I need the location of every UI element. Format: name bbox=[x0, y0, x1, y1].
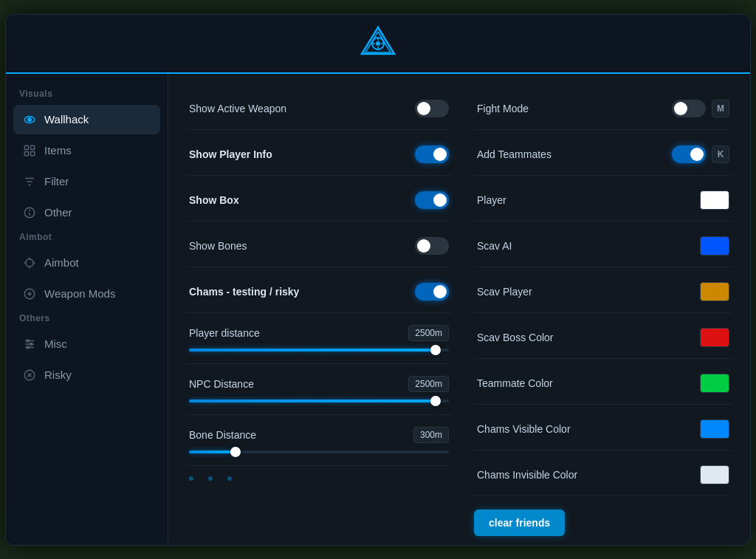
sidebar: VisualsWallhackItemsFilterOtherAimbotAim… bbox=[6, 74, 168, 545]
color-swatch-scav-boss-color[interactable] bbox=[700, 328, 729, 347]
sidebar-item-label-aimbot: Aimbot bbox=[44, 256, 79, 269]
svg-point-33 bbox=[27, 346, 29, 349]
circle-x-icon bbox=[22, 368, 37, 383]
color-swatch-teammate-color[interactable] bbox=[700, 374, 729, 393]
sidebar-item-label-risky: Risky bbox=[44, 368, 72, 381]
slider-container-player-distance: Player distance2500m bbox=[186, 318, 452, 364]
setting-label-show-player-info: Show Player Info bbox=[189, 148, 272, 160]
setting-row-show-box: Show Box bbox=[186, 180, 452, 222]
setting-controls-fight-mode: M bbox=[672, 100, 729, 117]
color-swatch-player-color[interactable] bbox=[700, 191, 729, 210]
sidebar-item-items[interactable]: Items bbox=[13, 136, 160, 165]
svg-point-31 bbox=[27, 340, 29, 342]
setting-label-teammate-color: Teammate Color bbox=[477, 377, 553, 389]
svg-point-3 bbox=[376, 41, 380, 46]
setting-label-add-teammates: Add Teammates bbox=[477, 148, 551, 160]
sidebar-section-aimbot: Aimbot bbox=[13, 229, 160, 248]
setting-row-scav-boss-color: Scav Boss Color bbox=[474, 318, 732, 359]
svg-point-32 bbox=[30, 343, 32, 345]
toggle-fight-mode[interactable] bbox=[672, 100, 706, 117]
setting-label-chams-invisible-color: Chams Invisible Color bbox=[477, 469, 577, 481]
svg-point-20 bbox=[26, 258, 34, 267]
sidebar-item-aimbot[interactable]: Aimbot bbox=[13, 248, 160, 278]
dot bbox=[208, 476, 213, 481]
setting-row-scav-player-color: Scav Player bbox=[474, 272, 732, 313]
setting-row-chams-visible-color: Chams Visible Color bbox=[474, 409, 732, 450]
sidebar-item-label-weapon-mods: Weapon Mods bbox=[44, 287, 115, 300]
left-panel: Show Active WeaponShow Player InfoShow B… bbox=[186, 89, 452, 530]
sidebar-item-risky[interactable]: Risky bbox=[13, 360, 160, 390]
grid-icon bbox=[22, 143, 37, 158]
sliders-icon bbox=[22, 337, 37, 351]
sidebar-item-filter[interactable]: Filter bbox=[13, 167, 160, 196]
slider-label-player-distance: Player distance bbox=[189, 327, 260, 339]
sidebar-item-wallhack[interactable]: Wallhack bbox=[13, 105, 160, 134]
slider-label-bone-distance: Bone Distance bbox=[189, 429, 256, 441]
info-icon bbox=[22, 205, 37, 220]
dot bbox=[227, 476, 232, 481]
setting-label-scav-ai-color: Scav AI bbox=[477, 240, 512, 252]
sidebar-item-label-misc: Misc bbox=[44, 337, 67, 350]
setting-row-teammate-color: Teammate Color bbox=[474, 363, 732, 405]
setting-row-chams-invisible-color: Chams Invisible Color bbox=[474, 455, 732, 496]
setting-row-player-color: Player bbox=[474, 180, 732, 222]
toggle-show-bones[interactable] bbox=[415, 237, 449, 255]
sidebar-item-other[interactable]: Other bbox=[13, 198, 160, 227]
svg-rect-11 bbox=[31, 145, 35, 149]
slider-value-player-distance: 2500m bbox=[408, 325, 449, 341]
setting-label-show-bones: Show Bones bbox=[189, 240, 247, 252]
setting-row-show-bones: Show Bones bbox=[186, 226, 452, 267]
toggle-add-teammates[interactable] bbox=[672, 145, 706, 163]
slider-value-bone-distance: 300m bbox=[413, 427, 449, 443]
crosshair-icon bbox=[22, 256, 37, 270]
slider-header-bone-distance: Bone Distance300m bbox=[189, 427, 449, 443]
app-window: VisualsWallhackItemsFilterOtherAimbotAim… bbox=[5, 14, 751, 546]
setting-controls-add-teammates: K bbox=[672, 145, 729, 163]
logo-icon bbox=[359, 24, 397, 63]
slider-label-npc-distance: NPC Distance bbox=[189, 378, 254, 390]
setting-row-show-player-info: Show Player Info bbox=[186, 134, 452, 176]
setting-row-scav-ai-color: Scav AI bbox=[474, 226, 732, 267]
header bbox=[6, 15, 750, 74]
slider-value-npc-distance: 2500m bbox=[408, 376, 449, 392]
setting-row-add-teammates: Add TeammatesK bbox=[474, 134, 732, 176]
color-swatch-scav-ai-color[interactable] bbox=[700, 236, 729, 256]
hotkey-badge-add-teammates[interactable]: K bbox=[712, 145, 729, 163]
slider-track-npc-distance[interactable] bbox=[189, 399, 449, 402]
setting-label-scav-boss-color: Scav Boss Color bbox=[477, 332, 553, 343]
sidebar-section-others: Others bbox=[13, 310, 160, 329]
setting-row-fight-mode: Fight ModeM bbox=[474, 89, 732, 130]
slider-track-player-distance[interactable] bbox=[189, 349, 449, 351]
slider-track-bone-distance[interactable] bbox=[189, 450, 449, 453]
hotkey-badge-fight-mode[interactable]: M bbox=[712, 100, 729, 117]
clear-friends-button[interactable]: clear friends bbox=[474, 510, 565, 536]
filter-icon bbox=[22, 174, 37, 189]
sidebar-section-visuals: Visuals bbox=[13, 86, 160, 105]
setting-label-show-active-weapon: Show Active Weapon bbox=[189, 103, 286, 114]
slider-header-npc-distance: NPC Distance2500m bbox=[189, 376, 449, 392]
toggle-show-player-info[interactable] bbox=[415, 145, 449, 163]
setting-label-scav-player-color: Scav Player bbox=[477, 286, 532, 298]
sidebar-item-label-filter: Filter bbox=[44, 175, 69, 188]
eye-icon bbox=[22, 112, 37, 127]
svg-rect-10 bbox=[24, 145, 28, 149]
sidebar-item-label-other: Other bbox=[44, 206, 72, 219]
svg-rect-13 bbox=[31, 151, 35, 155]
setting-label-fight-mode: Fight Mode bbox=[477, 103, 529, 114]
toggle-show-active-weapon[interactable] bbox=[415, 100, 449, 117]
sidebar-item-weapon-mods[interactable]: Weapon Mods bbox=[13, 279, 160, 309]
toggle-chams[interactable] bbox=[415, 283, 449, 301]
body: VisualsWallhackItemsFilterOtherAimbotAim… bbox=[6, 74, 750, 545]
sidebar-item-misc[interactable]: Misc bbox=[13, 329, 160, 359]
color-swatch-scav-player-color[interactable] bbox=[700, 282, 729, 301]
setting-label-show-box: Show Box bbox=[189, 194, 239, 206]
svg-rect-12 bbox=[24, 151, 28, 155]
color-swatch-chams-visible-color[interactable] bbox=[700, 419, 729, 439]
svg-point-9 bbox=[28, 117, 32, 121]
slider-container-npc-distance: NPC Distance2500m bbox=[186, 368, 452, 415]
sidebar-item-label-items: Items bbox=[44, 144, 72, 157]
dot bbox=[189, 476, 193, 481]
sidebar-item-label-wallhack: Wallhack bbox=[44, 113, 89, 126]
color-swatch-chams-invisible-color[interactable] bbox=[700, 465, 729, 484]
toggle-show-box[interactable] bbox=[415, 191, 449, 209]
